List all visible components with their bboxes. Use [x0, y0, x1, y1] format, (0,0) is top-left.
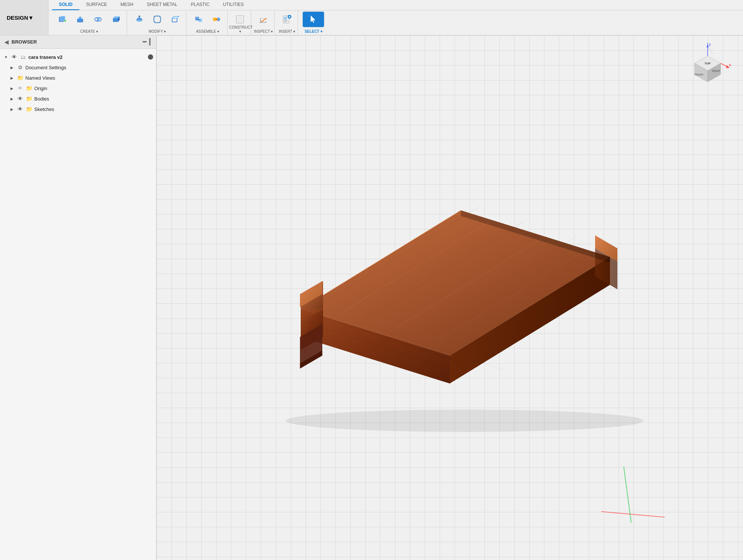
- svg-marker-14: [138, 15, 140, 17]
- insert-label: INSERT ▾: [276, 29, 298, 34]
- eye-icon-sketches[interactable]: 👁: [16, 105, 24, 113]
- axis-indicator: [594, 456, 668, 530]
- sidebar-content: ▼ 👁 🗂 cara trasera v2 ▶ ⚙ Document Setti…: [0, 49, 156, 560]
- tree-arrow-root[interactable]: ▼: [3, 55, 9, 59]
- sidebar-title: BROWSER: [12, 39, 37, 45]
- create-group: CREATE ▾: [51, 10, 127, 35]
- tree-label-root: cara trasera v2: [28, 54, 145, 60]
- shell-button[interactable]: [167, 12, 183, 27]
- tool-row: CREATE ▾: [48, 10, 743, 35]
- sidebar-header: ◀ BROWSER ━ ┃: [0, 35, 156, 49]
- gear-icon-doc-settings: ⚙: [16, 64, 24, 71]
- tree-item-doc-settings[interactable]: ▶ ⚙ Document Settings: [0, 62, 156, 73]
- tree-label-doc-settings: Document Settings: [25, 65, 153, 70]
- tree-arrow-doc-settings[interactable]: ▶: [9, 66, 15, 70]
- modify-label: MODIFY ▾: [129, 29, 186, 34]
- view-cube-svg: TOP FRONT RIGHT Z X: [683, 43, 732, 95]
- assemble-group: ASSEMBLE ▾: [188, 10, 228, 35]
- fillet-button[interactable]: [149, 12, 165, 27]
- design-label: DESIGN: [7, 15, 28, 21]
- inspect-button[interactable]: [256, 12, 271, 27]
- tree-item-bodies[interactable]: ▶ 👁 📁 Bodies: [0, 93, 156, 104]
- svg-rect-1: [61, 16, 65, 20]
- tree-arrow-origin[interactable]: ▶: [9, 86, 15, 90]
- tab-surface[interactable]: SURFACE: [79, 0, 114, 10]
- construct-label: CONSTRUCT ▾: [229, 25, 251, 34]
- tab-row: SOLID SURFACE MESH SHEET METAL PLASTIC U…: [48, 0, 743, 10]
- select-group: SELECT ▾: [300, 10, 327, 35]
- svg-point-24: [215, 18, 218, 20]
- model-svg: [245, 153, 655, 443]
- new-component-button[interactable]: [54, 12, 70, 27]
- svg-text:FRONT: FRONT: [695, 73, 704, 76]
- svg-rect-15: [154, 16, 161, 23]
- extrude-button[interactable]: [72, 12, 88, 27]
- toolbar-tabs: SOLID SURFACE MESH SHEET METAL PLASTIC U…: [48, 0, 743, 35]
- insert-button[interactable]: [279, 12, 295, 27]
- tab-mesh[interactable]: MESH: [114, 0, 140, 10]
- view-cube-container[interactable]: TOP FRONT RIGHT Z X: [683, 43, 732, 95]
- revolve-button[interactable]: [90, 12, 106, 27]
- modify-group: MODIFY ▾: [129, 10, 186, 35]
- tree-label-origin: Origin: [34, 86, 153, 91]
- svg-rect-16: [154, 16, 161, 23]
- svg-text:X: X: [729, 63, 731, 67]
- tab-sheet-metal[interactable]: SHEET METAL: [140, 0, 184, 10]
- tree-label-named-views: Named Views: [25, 75, 153, 81]
- inspect-group: INSPECT ▾: [253, 10, 275, 35]
- folder-icon-bodies: 📁: [25, 95, 33, 102]
- viewport[interactable]: TOP FRONT RIGHT Z X: [156, 35, 743, 560]
- svg-rect-4: [77, 19, 83, 22]
- folder-icon-root: 🗂: [19, 53, 27, 61]
- joint-button[interactable]: [209, 12, 224, 27]
- sidebar: ◀ BROWSER ━ ┃ ▼ 👁 🗂 cara trasera v2 ▶ ⚙ …: [0, 35, 156, 560]
- press-pull-button[interactable]: [132, 12, 147, 27]
- sidebar-collapse-button[interactable]: ━ ┃: [143, 38, 152, 45]
- sidebar-back-button[interactable]: ◀: [4, 39, 9, 45]
- tree-arrow-sketches[interactable]: ▶: [9, 107, 15, 111]
- svg-rect-28: [238, 16, 239, 23]
- radio-dot-root: [148, 54, 153, 60]
- tree-label-bodies: Bodies: [34, 96, 153, 102]
- svg-rect-20: [199, 19, 202, 22]
- folder-icon-origin: 📁: [25, 85, 33, 92]
- select-button[interactable]: [303, 12, 324, 27]
- folder-icon-sketches: 📁: [25, 105, 33, 113]
- main-area: ◀ BROWSER ━ ┃ ▼ 👁 🗂 cara trasera v2 ▶ ⚙ …: [0, 35, 743, 560]
- svg-rect-9: [113, 18, 118, 22]
- toolbar: DESIGN ▼ SOLID SURFACE MESH SHEET METAL …: [0, 0, 743, 35]
- folder-icon-named-views: 📁: [16, 74, 24, 82]
- tab-utilities[interactable]: UTILITIES: [216, 0, 250, 10]
- svg-rect-8: [97, 18, 99, 21]
- eye-off-icon-origin[interactable]: 👁: [16, 85, 24, 92]
- tab-solid[interactable]: SOLID: [52, 0, 79, 10]
- tab-plastic[interactable]: PLASTIC: [184, 0, 216, 10]
- tree-item-root[interactable]: ▼ 👁 🗂 cara trasera v2: [0, 52, 156, 62]
- svg-line-36: [260, 18, 266, 22]
- new-component-assemble-button[interactable]: [191, 12, 206, 27]
- tree-arrow-named-views[interactable]: ▶: [9, 76, 15, 80]
- tree-arrow-bodies[interactable]: ▶: [9, 97, 15, 101]
- svg-rect-30: [241, 16, 242, 23]
- assemble-label: ASSEMBLE ▾: [188, 29, 227, 34]
- svg-text:RIGHT: RIGHT: [712, 70, 721, 72]
- construct-group: CONSTRUCT ▾: [229, 10, 251, 35]
- create-label: CREATE ▾: [51, 29, 127, 34]
- construct-button[interactable]: [232, 12, 248, 27]
- svg-marker-46: [311, 16, 315, 23]
- inspect-label: INSPECT ▾: [253, 29, 274, 34]
- svg-rect-17: [172, 18, 177, 22]
- insert-group: INSERT ▾: [276, 10, 298, 35]
- eye-icon-root[interactable]: 👁: [10, 53, 18, 61]
- tree-item-origin[interactable]: ▶ 👁 📁 Origin: [0, 83, 156, 93]
- eye-icon-bodies[interactable]: 👁: [16, 95, 24, 102]
- box-button[interactable]: [108, 12, 124, 27]
- svg-rect-40: [284, 17, 287, 20]
- svg-text:Z: Z: [709, 43, 711, 47]
- svg-rect-29: [240, 16, 240, 23]
- tree-item-named-views[interactable]: ▶ 📁 Named Views: [0, 73, 156, 83]
- design-button[interactable]: DESIGN ▼: [0, 0, 48, 35]
- model-shadow: [286, 410, 644, 432]
- svg-marker-18: [172, 16, 179, 18]
- tree-item-sketches[interactable]: ▶ 👁 📁 Sketches: [0, 104, 156, 114]
